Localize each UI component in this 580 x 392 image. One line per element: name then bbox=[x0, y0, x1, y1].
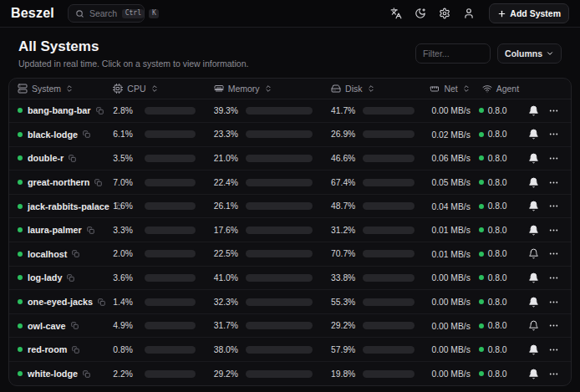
copy-link-icon[interactable] bbox=[96, 107, 104, 115]
row-menu-ellipsis-button[interactable] bbox=[547, 247, 561, 261]
copy-link-icon[interactable] bbox=[72, 250, 79, 257]
theme-toggle-button[interactable] bbox=[410, 3, 430, 23]
memory-percent: 41.0% bbox=[214, 273, 241, 283]
copy-link-icon[interactable] bbox=[67, 274, 74, 282]
table-row[interactable]: black-lodge 6.1% 23.3% 26.9% 0.02 MB/s 0… bbox=[9, 123, 571, 147]
disk-bar bbox=[363, 346, 415, 354]
agent-status-dot bbox=[479, 323, 484, 328]
table-row[interactable]: localhost 2.0% 22.5% 70.7% 0.01 MB/s 0.8… bbox=[9, 242, 571, 267]
cpu-percent: 1.4% bbox=[113, 298, 140, 307]
add-system-button[interactable]: Add System bbox=[489, 3, 569, 23]
system-name: laura-palmer bbox=[28, 225, 82, 235]
column-header-disk[interactable]: Disk bbox=[323, 79, 425, 99]
cpu-percent: 1.6% bbox=[113, 201, 140, 211]
agent-status-dot bbox=[479, 275, 484, 280]
agent-status-dot bbox=[479, 204, 484, 209]
copy-link-icon[interactable] bbox=[87, 227, 94, 234]
copy-link-icon[interactable] bbox=[94, 179, 102, 186]
alerts-bell-button[interactable] bbox=[527, 367, 541, 381]
row-menu-ellipsis-button[interactable] bbox=[547, 367, 561, 381]
table-row[interactable]: red-room 0.8% 38.0% 57.9% 0.00 MB/s 0.8.… bbox=[9, 338, 571, 362]
memory-bar bbox=[246, 298, 313, 306]
user-menu-button[interactable] bbox=[459, 3, 479, 23]
hard-drive-icon bbox=[331, 84, 341, 94]
copy-link-icon[interactable] bbox=[72, 346, 79, 354]
copy-link-icon[interactable] bbox=[98, 298, 105, 306]
app-logo[interactable]: Beszel bbox=[11, 6, 54, 21]
filter-input[interactable] bbox=[415, 43, 491, 64]
row-menu-ellipsis-button[interactable] bbox=[547, 318, 561, 333]
table-row[interactable]: great-northern 7.0% 22.4% 67.4% 0.05 MB/… bbox=[9, 171, 571, 195]
alerts-bell-button[interactable] bbox=[527, 176, 541, 190]
sort-chevrons-icon bbox=[150, 84, 159, 93]
columns-dropdown-button[interactable]: Columns bbox=[497, 43, 562, 64]
alerts-bell-button[interactable] bbox=[527, 271, 541, 285]
memory-bar bbox=[246, 274, 313, 282]
cpu-bar bbox=[145, 370, 195, 378]
alerts-bell-button[interactable] bbox=[527, 318, 541, 333]
copy-link-icon[interactable] bbox=[71, 322, 79, 329]
memory-stick-icon bbox=[214, 84, 224, 94]
disk-percent: 70.7% bbox=[331, 249, 358, 258]
net-speed: 0.00 MB/s bbox=[425, 322, 470, 331]
memory-percent: 31.7% bbox=[214, 321, 241, 330]
table-row[interactable]: one-eyed-jacks 1.4% 32.3% 55.3% 0.00 MB/… bbox=[9, 290, 571, 314]
copy-link-icon[interactable] bbox=[83, 370, 90, 378]
column-header-agent[interactable]: Agent bbox=[479, 79, 524, 99]
table-row[interactable]: log-lady 3.6% 41.0% 33.8% 0.00 MB/s 0.8.… bbox=[9, 266, 571, 290]
table-row[interactable]: white-lodge 2.2% 29.2% 19.8% 0.00 MB/s 0… bbox=[9, 362, 571, 386]
language-button[interactable] bbox=[386, 3, 406, 23]
row-menu-ellipsis-button[interactable] bbox=[547, 127, 561, 141]
search-placeholder: Search bbox=[89, 8, 117, 18]
alerts-bell-button[interactable] bbox=[527, 151, 541, 165]
status-up-dot bbox=[18, 132, 23, 137]
row-menu-ellipsis-button[interactable] bbox=[547, 199, 561, 213]
copy-link-icon[interactable] bbox=[69, 155, 76, 162]
table-row[interactable]: double-r 3.5% 21.0% 46.6% 0.06 MB/s 0.8.… bbox=[9, 146, 571, 171]
server-icon bbox=[18, 84, 28, 94]
agent-status-dot bbox=[479, 132, 484, 137]
memory-bar bbox=[246, 346, 313, 354]
page-title: All Systems bbox=[18, 38, 248, 55]
row-menu-ellipsis-button[interactable] bbox=[547, 104, 561, 118]
column-header-memory[interactable]: Memory bbox=[206, 79, 323, 99]
disk-bar bbox=[363, 107, 415, 115]
alerts-bell-button[interactable] bbox=[527, 247, 541, 261]
row-menu-ellipsis-button[interactable] bbox=[547, 176, 561, 190]
column-header-cpu[interactable]: CPU bbox=[104, 79, 205, 99]
memory-percent: 22.5% bbox=[214, 249, 241, 258]
table-row[interactable]: owl-cave 4.9% 31.7% 29.2% 0.00 MB/s 0.8.… bbox=[9, 313, 571, 338]
alerts-bell-button[interactable] bbox=[527, 223, 541, 237]
system-name: localhost bbox=[28, 249, 67, 259]
systems-table: System CPU Memory Di bbox=[9, 79, 571, 385]
column-header-system[interactable]: System bbox=[9, 79, 104, 99]
status-up-dot bbox=[18, 299, 23, 304]
alerts-bell-button[interactable] bbox=[527, 104, 541, 118]
column-header-actions bbox=[524, 79, 571, 99]
alerts-bell-button[interactable] bbox=[527, 295, 541, 309]
row-menu-ellipsis-button[interactable] bbox=[547, 151, 561, 165]
search-input[interactable]: Search Ctrl K bbox=[68, 4, 145, 23]
row-menu-ellipsis-button[interactable] bbox=[547, 223, 561, 237]
settings-button[interactable] bbox=[435, 3, 455, 23]
disk-percent: 29.2% bbox=[331, 321, 358, 330]
top-navigation-bar: Beszel Search Ctrl K bbox=[0, 0, 580, 28]
table-row[interactable]: laura-palmer 3.3% 17.6% 31.2% 0.01 MB/s … bbox=[9, 218, 571, 242]
row-menu-ellipsis-button[interactable] bbox=[547, 271, 561, 285]
row-menu-ellipsis-button[interactable] bbox=[547, 295, 561, 309]
copy-link-icon[interactable] bbox=[83, 130, 90, 138]
agent-status-dot bbox=[479, 299, 484, 304]
row-menu-ellipsis-button[interactable] bbox=[547, 343, 561, 357]
alerts-bell-button[interactable] bbox=[527, 343, 541, 357]
table-row[interactable]: bang-bang-bar 2.8% 39.3% 41.7% 0.00 MB/s… bbox=[9, 99, 571, 123]
column-header-net[interactable]: Net bbox=[425, 79, 478, 99]
status-up-dot bbox=[18, 252, 23, 257]
alerts-bell-button[interactable] bbox=[527, 199, 541, 213]
page-subtitle: Updated in real time. Click on a system … bbox=[18, 59, 248, 69]
alerts-bell-button[interactable] bbox=[527, 127, 541, 141]
system-name: owl-cave bbox=[28, 321, 66, 331]
disk-bar bbox=[363, 322, 415, 329]
table-row[interactable]: jack-rabbits-palace 1.6% 26.1% 48.7% 0.0… bbox=[9, 194, 571, 218]
memory-percent: 39.3% bbox=[214, 106, 241, 115]
agent-version: 0.8.0 bbox=[488, 226, 507, 235]
